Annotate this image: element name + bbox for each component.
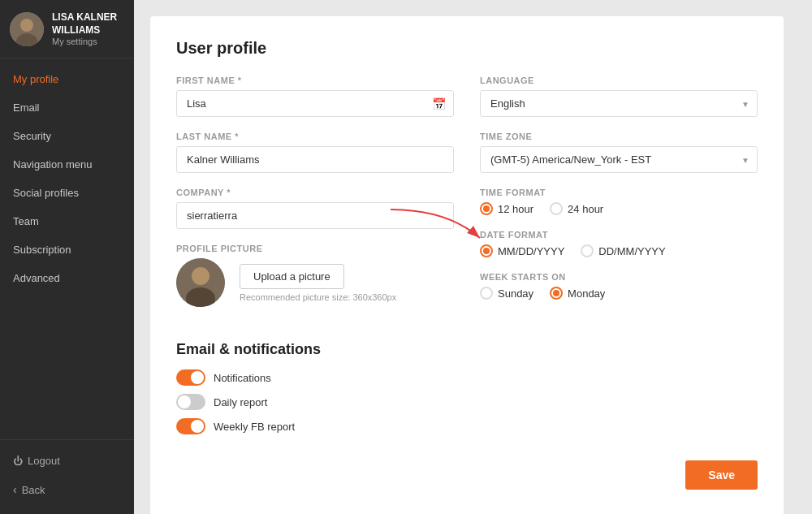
sidebar: LISA KALNER WILLIAMS My settings My prof… xyxy=(0,0,134,514)
profile-form: FIRST NAME * 📅 LAST NAME * COMPANY * PRO… xyxy=(176,76,758,322)
user-profile-header: LISA KALNER WILLIAMS My settings xyxy=(0,0,134,58)
sidebar-item-navigation-menu[interactable]: Navigation menu xyxy=(0,150,134,179)
weekly-fb-label: Weekly FB report xyxy=(214,421,295,433)
profile-avatar xyxy=(176,258,225,307)
date-format-mmddyyyy-label: MM/DD/YYYY xyxy=(498,245,564,257)
sidebar-label-my-profile: My profile xyxy=(13,73,58,85)
timezone-label: TIME ZONE xyxy=(480,132,758,141)
left-column: FIRST NAME * 📅 LAST NAME * COMPANY * PRO… xyxy=(176,76,454,322)
sidebar-label-advanced: Advanced xyxy=(13,272,60,284)
date-format-ddmmyyyy-label: DD/MM/YYYY xyxy=(598,245,665,257)
notification-notifications: Notifications xyxy=(176,369,758,386)
week-starts-label: WEEK STARTS ON xyxy=(480,272,758,282)
radio-ddmmyyyy-indicator xyxy=(581,244,594,257)
time-format-12hour-label: 12 hour xyxy=(498,203,533,215)
language-select[interactable]: English xyxy=(480,90,758,117)
week-starts-monday-label: Monday xyxy=(568,287,605,300)
week-starts-sunday[interactable]: Sunday xyxy=(480,287,533,300)
first-name-input[interactable] xyxy=(176,90,454,117)
date-format-group: DATE FORMAT MM/DD/YYYY DD/MM/YYYY xyxy=(480,230,758,257)
week-starts-sunday-label: Sunday xyxy=(498,287,533,300)
radio-24hour-indicator xyxy=(550,202,563,215)
sidebar-label-email: Email xyxy=(13,102,40,114)
time-format-radio-group: 12 hour 24 hour xyxy=(480,202,758,215)
calendar-icon: 📅 xyxy=(432,97,446,110)
radio-sunday-indicator xyxy=(480,287,493,300)
company-group: COMPANY * xyxy=(176,188,454,229)
sidebar-item-back[interactable]: ‹ Back xyxy=(0,475,134,504)
time-format-group: TIME FORMAT 12 hour 24 hour xyxy=(480,188,758,215)
sidebar-item-advanced[interactable]: Advanced xyxy=(0,264,134,292)
sidebar-bottom: ⏻ Logout ‹ Back xyxy=(0,439,134,514)
sidebar-label-logout: Logout xyxy=(28,455,60,467)
sidebar-label-social-profiles: Social profiles xyxy=(13,187,79,199)
sidebar-item-security[interactable]: Security xyxy=(0,122,134,150)
save-row: Save xyxy=(176,460,758,490)
email-section-title: Email & notifications xyxy=(176,341,758,358)
profile-picture-label: PROFILE PICTURE xyxy=(176,244,454,253)
timezone-group: TIME ZONE (GMT-5) America/New_York - EST… xyxy=(480,132,758,173)
radio-monday-indicator xyxy=(550,287,563,300)
sidebar-item-logout[interactable]: ⏻ Logout xyxy=(0,447,134,475)
last-name-label: LAST NAME * xyxy=(176,132,454,141)
user-name-line1: LISA KALNER xyxy=(52,11,117,24)
upload-hint: Recommended picture size: 360x360px xyxy=(240,292,396,302)
main-content: User profile FIRST NAME * 📅 LAST NAME * … xyxy=(134,0,812,514)
sidebar-item-social-profiles[interactable]: Social profiles xyxy=(0,179,134,207)
weekly-fb-toggle-knob xyxy=(191,420,204,433)
sidebar-navigation: My profile Email Security Navigation men… xyxy=(0,58,134,439)
sidebar-label-team: Team xyxy=(13,215,39,227)
sidebar-label-back: Back xyxy=(22,484,45,496)
sidebar-item-my-profile[interactable]: My profile xyxy=(0,65,134,93)
daily-report-label: Daily report xyxy=(214,396,267,408)
company-input[interactable] xyxy=(176,202,454,229)
sidebar-item-subscription[interactable]: Subscription xyxy=(0,235,134,264)
first-name-input-wrapper: 📅 xyxy=(176,90,454,117)
notification-weekly-fb-report: Weekly FB report xyxy=(176,418,758,434)
profile-card: User profile FIRST NAME * 📅 LAST NAME * … xyxy=(150,16,784,514)
notification-daily-report: Daily report xyxy=(176,394,758,410)
week-starts-group: WEEK STARTS ON Sunday Monday xyxy=(480,272,758,300)
save-button[interactable]: Save xyxy=(685,460,758,490)
logout-icon: ⏻ xyxy=(13,456,23,467)
user-name-line2: WILLIAMS xyxy=(52,24,117,37)
first-name-group: FIRST NAME * 📅 xyxy=(176,76,454,117)
notifications-label: Notifications xyxy=(214,372,271,384)
date-format-radio-group: MM/DD/YYYY DD/MM/YYYY xyxy=(480,244,758,257)
company-label: COMPANY * xyxy=(176,188,454,197)
profile-pic-row: Upload a picture Recommended picture siz… xyxy=(176,258,454,307)
sidebar-item-team[interactable]: Team xyxy=(0,207,134,235)
language-group: LANGUAGE English ▼ xyxy=(480,76,758,117)
timezone-select[interactable]: (GMT-5) America/New_York - EST xyxy=(480,146,758,173)
right-column: LANGUAGE English ▼ TIME ZONE (GMT-5) Ame… xyxy=(480,76,758,322)
daily-report-toggle[interactable] xyxy=(176,394,205,410)
time-format-12hour[interactable]: 12 hour xyxy=(480,202,533,215)
upload-picture-button[interactable]: Upload a picture xyxy=(240,264,344,289)
user-settings-label: My settings xyxy=(52,37,117,46)
week-starts-radio-group: Sunday Monday xyxy=(480,287,758,300)
weekly-fb-toggle[interactable] xyxy=(176,418,205,434)
profile-picture-group: PROFILE PICTURE Upload a picture xyxy=(176,244,454,307)
back-icon: ‹ xyxy=(13,483,17,496)
avatar xyxy=(10,12,44,46)
notifications-toggle[interactable] xyxy=(176,369,205,386)
time-format-24hour-label: 24 hour xyxy=(568,203,603,215)
sidebar-label-security: Security xyxy=(13,130,51,142)
svg-point-1 xyxy=(20,19,33,32)
page-title: User profile xyxy=(176,39,758,58)
date-format-mmddyyyy[interactable]: MM/DD/YYYY xyxy=(480,244,564,257)
daily-report-toggle-knob xyxy=(178,395,191,408)
last-name-input[interactable] xyxy=(176,146,454,173)
last-name-group: LAST NAME * xyxy=(176,132,454,173)
date-format-label: DATE FORMAT xyxy=(480,230,758,240)
first-name-label: FIRST NAME * xyxy=(176,76,454,85)
time-format-label: TIME FORMAT xyxy=(480,188,758,197)
sidebar-item-email[interactable]: Email xyxy=(0,93,134,122)
sidebar-label-navigation-menu: Navigation menu xyxy=(13,158,93,171)
language-label: LANGUAGE xyxy=(480,76,758,85)
week-starts-monday[interactable]: Monday xyxy=(550,287,605,300)
date-format-ddmmyyyy[interactable]: DD/MM/YYYY xyxy=(581,244,665,257)
notifications-list: Notifications Daily report Weekly FB rep… xyxy=(176,369,758,434)
time-format-24hour[interactable]: 24 hour xyxy=(550,202,603,215)
radio-12hour-indicator xyxy=(480,202,493,215)
